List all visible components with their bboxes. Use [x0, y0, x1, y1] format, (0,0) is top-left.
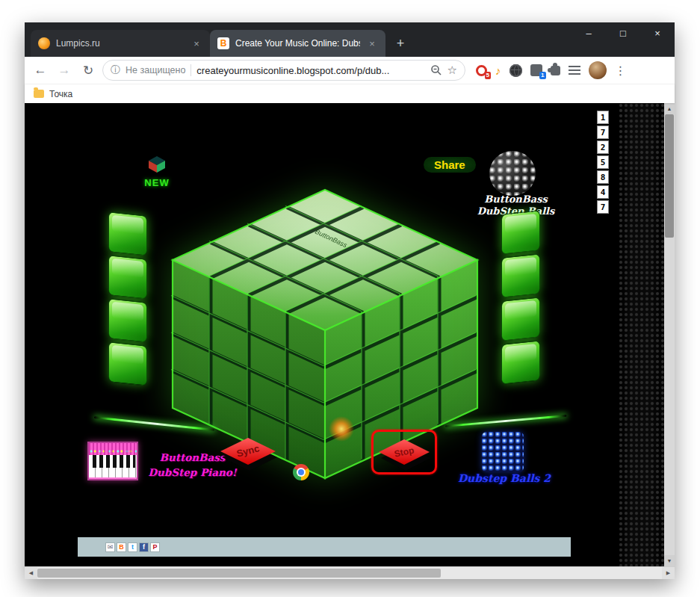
close-button[interactable]: × [640, 22, 675, 43]
extensions-puzzle-icon[interactable] [551, 66, 560, 75]
forward-button[interactable]: → [55, 61, 74, 80]
tab-close-icon[interactable]: × [191, 38, 202, 49]
tab-title: Create Your Music Online: Dubst [235, 38, 360, 49]
minimize-button[interactable]: – [572, 22, 606, 43]
dubstep-piano-thumbnail[interactable] [87, 442, 138, 480]
adblock-extension-icon[interactable]: 5 [476, 65, 487, 76]
scroll-left-icon[interactable]: ◀ [25, 567, 37, 579]
counter-digit: 2 [597, 140, 609, 154]
extensions-area: 5 ♪ 1 ⋮ [476, 61, 627, 79]
left-pad-column [108, 211, 149, 389]
vertical-scroll-thumb[interactable] [665, 114, 674, 238]
horizontal-scroll-thumb[interactable] [37, 569, 441, 578]
counter-digit: 4 [597, 185, 609, 199]
chrome-logo-icon[interactable] [293, 464, 309, 480]
dubstep-balls2-thumbnail[interactable] [482, 432, 524, 472]
url-text: createyourmusiconline.blogspot.com/p/dub… [196, 65, 424, 76]
reload-button[interactable]: ↻ [78, 61, 98, 80]
pinterest-share-icon[interactable]: P [150, 542, 160, 552]
scroll-right-icon[interactable]: ▶ [662, 567, 675, 579]
blogger-share-bar: ✉ B t f P [78, 537, 571, 557]
pad-shine [505, 344, 536, 363]
pad-shine [112, 259, 143, 278]
counter-digit: 7 [597, 126, 609, 139]
counter-digit: 8 [597, 170, 609, 184]
pad-shine [112, 302, 143, 321]
facebook-share-icon[interactable]: f [139, 542, 149, 552]
horizontal-scrollbar[interactable]: ◀ ▶ [25, 566, 675, 579]
pad-shine [505, 257, 536, 276]
new-tab-button[interactable]: + [390, 33, 411, 54]
window-controls: – □ × [572, 22, 675, 43]
security-label: Не защищено [126, 65, 185, 75]
chrome-menu-icon[interactable]: ⋮ [615, 64, 627, 78]
zoom-icon[interactable] [430, 64, 442, 76]
hit-counter: 1 7 2 5 8 4 7 [597, 111, 609, 214]
tab-title: Lumpics.ru [56, 38, 185, 49]
piano-keys [89, 455, 137, 477]
maximize-button[interactable]: □ [606, 22, 640, 43]
blogger-favicon-icon: B [217, 37, 229, 49]
pad-shine [112, 345, 143, 365]
pad-shine [112, 215, 143, 235]
scroll-down-icon[interactable]: ▼ [664, 555, 675, 566]
back-button[interactable]: ← [31, 61, 50, 80]
green-pad-button[interactable] [108, 298, 147, 342]
new-link[interactable]: NEW [142, 155, 172, 188]
twitter-share-icon[interactable]: t [128, 542, 137, 552]
browser-window: Lumpics.ru × B Create Your Music Online:… [25, 22, 675, 579]
downloader-extension-icon[interactable]: 1 [530, 64, 542, 76]
tab-close-icon[interactable]: × [366, 38, 378, 49]
orange-glow-spot [329, 416, 354, 442]
green-pad-button[interactable] [108, 211, 147, 256]
green-pad-button[interactable] [108, 341, 147, 386]
scroll-up-icon[interactable]: ▲ [664, 103, 675, 114]
address-bar[interactable]: ⓘ Не защищено createyourmusiconline.blog… [102, 60, 465, 81]
browser-toolbar: ← → ↻ ⓘ Не защищено createyourmusiconlin… [25, 57, 675, 84]
new-cube-icon [147, 155, 167, 173]
globe-extension-icon[interactable] [509, 64, 522, 77]
counter-digit: 5 [597, 155, 609, 169]
dubstep-balls-thumbnail[interactable] [489, 151, 536, 196]
pad-shine [505, 300, 536, 320]
page-content: 1 7 2 5 8 4 7 NEW Share ButtonBass [25, 103, 675, 566]
tab-strip: Lumpics.ru × B Create Your Music Online:… [25, 22, 675, 57]
background-texture [619, 103, 664, 566]
counter-digit: 7 [597, 200, 609, 214]
extension-badge: 5 [485, 72, 491, 79]
green-pad-button[interactable] [108, 255, 147, 299]
pad-shine [505, 214, 536, 233]
green-pad-button[interactable] [501, 297, 540, 341]
desktop: Lumpics.ru × B Create Your Music Online:… [0, 0, 700, 597]
omnibox-divider [191, 64, 191, 76]
counter-digit: 1 [597, 111, 609, 124]
bookmark-folder-label[interactable]: Точка [49, 89, 72, 99]
green-pad-button[interactable] [501, 253, 540, 297]
bookmark-star-icon[interactable]: ☆ [447, 64, 457, 77]
music-extension-icon[interactable]: ♪ [495, 64, 501, 77]
lumpics-favicon-icon [38, 37, 50, 49]
tab-create-your-music[interactable]: B Create Your Music Online: Dubst × [210, 30, 385, 57]
tab-lumpics[interactable]: Lumpics.ru × [31, 30, 210, 57]
blogger-share-icon[interactable]: B [117, 542, 126, 552]
dubstep-balls2-link[interactable]: Dubstep Balls 2 [456, 472, 552, 484]
extension-badge: 1 [539, 72, 545, 79]
green-pad-button[interactable] [501, 210, 540, 254]
green-pad-button[interactable] [501, 340, 540, 384]
stop-button[interactable]: Stop [379, 437, 431, 474]
bookmark-folder-icon [34, 90, 44, 98]
piano-controls [89, 443, 137, 455]
vertical-scrollbar[interactable]: ▲ ▼ [664, 103, 675, 566]
piano-black-keys [93, 455, 135, 468]
site-info-icon[interactable]: ⓘ [111, 64, 120, 77]
right-pad-column [501, 210, 542, 388]
playlist-extension-icon[interactable] [569, 66, 580, 75]
new-label: NEW [142, 177, 172, 188]
sync-button[interactable]: Sync [220, 435, 280, 475]
email-share-icon[interactable]: ✉ [105, 542, 115, 552]
profile-avatar[interactable] [589, 61, 607, 79]
bookmarks-bar: Точка [25, 84, 675, 103]
share-button[interactable]: Share [424, 157, 476, 173]
